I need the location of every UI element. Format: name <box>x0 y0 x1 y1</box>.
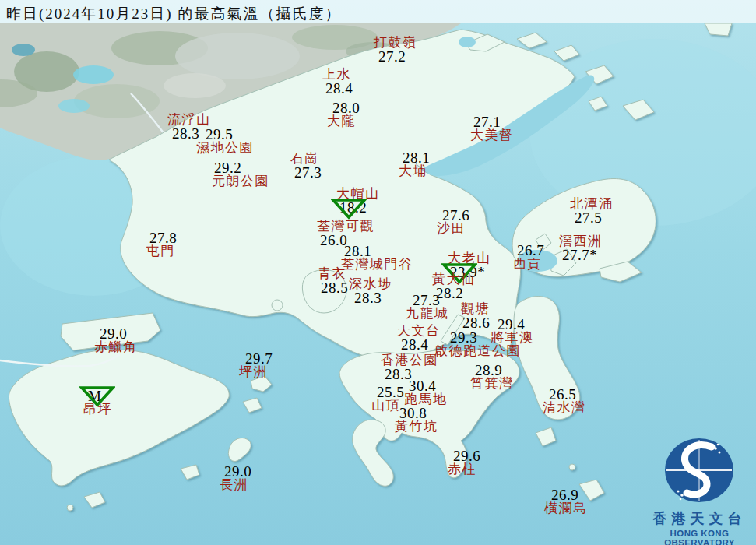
station-value: 28.6 <box>462 315 490 330</box>
weather-map-page: 昨日(2024年10月23日) 的最高氣溫（攝氏度） 打鼓嶺27.2上水28.4… <box>0 0 756 545</box>
station-name: 荃灣可觀 <box>317 220 374 233</box>
station-name: 沙田 <box>437 222 469 235</box>
station-name: 石崗 <box>290 152 322 165</box>
station-觀塘: 觀塘28.6 <box>461 303 490 331</box>
station-name: 元朗公園 <box>212 174 269 188</box>
station-name: 荃灣城門谷 <box>341 258 413 271</box>
station-name: 坪洲 <box>239 365 273 378</box>
station-value: 27.7* <box>562 248 603 262</box>
station-name: 深水埗 <box>349 277 392 290</box>
station-name: 屯門 <box>146 244 177 258</box>
station-上水: 上水28.4 <box>322 69 353 97</box>
station-name: 打鼓嶺 <box>374 36 417 49</box>
station-name: 九龍城 <box>406 307 449 320</box>
station-name: 流浮山 <box>167 113 211 126</box>
station-筲箕灣: 28.9筲箕灣 <box>470 363 514 391</box>
station-name: 筲箕灣 <box>470 377 514 390</box>
station-name: 大美督 <box>470 128 514 142</box>
station-深水埗: 深水埗28.3 <box>349 278 392 306</box>
station-打鼓嶺: 打鼓嶺27.2 <box>374 37 417 65</box>
station-name: 大埔 <box>399 164 430 178</box>
station-name: 香港公園 <box>381 353 438 367</box>
station-name: 啟德跑道公園 <box>434 344 521 357</box>
station-大美督: 27.1大美督 <box>470 114 514 142</box>
station-value: 28.5 <box>321 280 348 295</box>
station-name: 赤柱 <box>448 462 480 476</box>
station-name: 長洲 <box>220 478 251 491</box>
station-啟德跑道公園: 29.3啟德跑道公園 <box>434 330 521 358</box>
station-石崗: 石崗27.3 <box>290 153 322 181</box>
station-name: 黃竹坑 <box>395 420 438 433</box>
hko-logo-name-en: HONG KONG OBSERVATORY <box>643 529 756 545</box>
station-name: 大老山 <box>448 251 491 265</box>
station-跑馬地: 30.4跑馬地 <box>404 378 448 406</box>
station-name: 赤鱲角 <box>94 340 138 353</box>
station-name: 昂坪 <box>83 403 112 416</box>
station-橫瀾島: 26.9橫瀾島 <box>544 487 588 515</box>
station-name: 西貢 <box>513 257 544 270</box>
station-滘西洲: 滘西洲27.7* <box>559 235 603 263</box>
station-青衣: 青衣28.5 <box>318 268 348 296</box>
station-name: 上水 <box>322 68 353 81</box>
station-西貢: 26.7西貢 <box>513 243 544 271</box>
hko-logo-icon <box>643 433 756 508</box>
station-name: 黃大仙 <box>432 272 476 286</box>
station-value: 28.3 <box>354 290 392 305</box>
station-清水灣: 26.5清水灣 <box>543 387 586 415</box>
station-昂坪: M昂坪 <box>83 389 112 417</box>
station-name: 滘西洲 <box>559 234 603 248</box>
station-九龍城: 27.3九龍城 <box>406 293 449 321</box>
station-name: 青衣 <box>318 267 348 280</box>
station-name: 濕地公園 <box>196 141 254 154</box>
station-name: 大隴 <box>327 114 360 128</box>
station-name: 橫瀾島 <box>544 501 588 515</box>
station-value: 18.2 <box>339 200 380 215</box>
station-濕地公園: 29.5濕地公園 <box>196 127 254 155</box>
station-name: 觀塘 <box>461 302 490 315</box>
station-坪洲: 29.7坪洲 <box>239 351 273 379</box>
station-屯門: 27.8屯門 <box>146 230 177 258</box>
station-name: 北潭涌 <box>570 197 614 210</box>
station-value: 27.5 <box>575 210 614 225</box>
station-荃灣城門谷: 28.1荃灣城門谷 <box>341 244 413 272</box>
station-赤柱: 29.6赤柱 <box>448 448 480 476</box>
station-value: 27.3 <box>294 165 322 180</box>
station-赤鱲角: 29.0赤鱲角 <box>94 326 138 354</box>
station-大隴: 28.0大隴 <box>327 100 360 128</box>
station-沙田: 27.6沙田 <box>437 208 469 236</box>
station-大帽山: 大帽山18.2 <box>336 188 380 216</box>
station-value: 27.2 <box>378 49 417 64</box>
station-name: 清水灣 <box>543 401 586 414</box>
hko-logo: 香港天文台 HONG KONG OBSERVATORY <box>643 433 756 545</box>
station-元朗公園: 29.2元朗公園 <box>212 160 269 188</box>
hko-logo-name-cn: 香港天文台 <box>643 509 756 528</box>
station-北潭涌: 北潭涌27.5 <box>570 198 614 226</box>
station-長洲: 29.0長洲 <box>220 464 251 492</box>
station-name: 大帽山 <box>336 187 380 200</box>
station-value: 28.4 <box>325 81 353 96</box>
station-黃竹坑: 30.8黃竹坑 <box>395 406 438 434</box>
station-大埔: 28.1大埔 <box>399 150 430 178</box>
